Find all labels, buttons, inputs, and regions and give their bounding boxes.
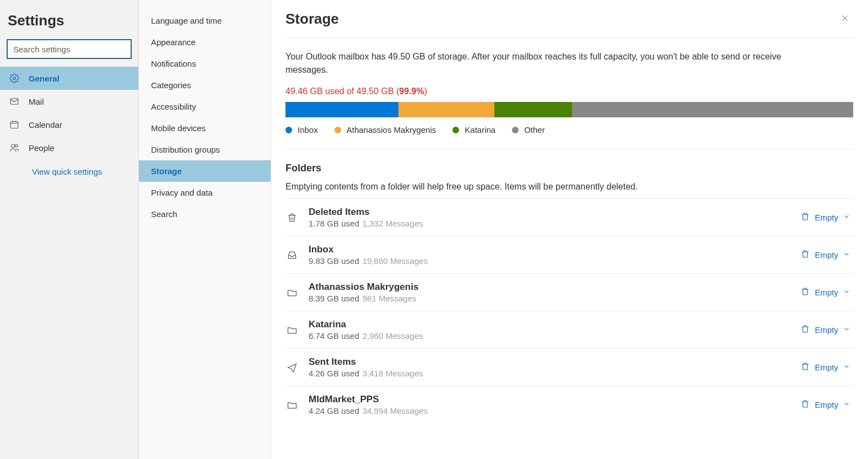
empty-button[interactable]: Empty [797,397,854,413]
settings-title: Settings [0,7,138,39]
subnav-item-accessibility[interactable]: Accessibility [139,96,271,117]
subnav-item-language-and-time[interactable]: Language and time [139,10,271,31]
inbox-icon [285,250,299,261]
empty-button[interactable]: Empty [797,209,854,225]
bar-segment-inbox [285,102,398,117]
settings-app: Settings General Mail Calendar [0,0,868,459]
svg-rect-2 [10,122,18,128]
bar-segment-athanassios-makrygenis [398,102,495,117]
usage-text: 49.46 GB used of 49.50 GB (99.9%) [285,87,854,96]
sidebar-item-general[interactable]: General [0,67,138,90]
sidebar-item-label: People [29,143,55,153]
folders-description: Emptying contents from a folder will hel… [285,182,854,192]
legend-dot-icon [335,127,341,133]
folder-row: Sent Items4.26 GB used3,418 MessagesEmpt… [285,348,854,386]
empty-button[interactable]: Empty [797,359,854,375]
subnav-item-mobile-devices[interactable]: Mobile devices [139,117,271,139]
folder-messages: 19,860 Messages [363,256,428,266]
trash-icon [285,212,299,223]
folder-info: Athanassios Makrygenis8.39 GB used981 Me… [309,282,787,303]
sidebar-item-calendar[interactable]: Calendar [0,113,138,136]
empty-button[interactable]: Empty [797,284,854,300]
subnav-item-storage[interactable]: Storage [139,160,271,182]
folder-info: MIdMarket_PPS4.24 GB used34,994 Messages [309,394,787,415]
folder-icon [285,325,299,336]
view-quick-settings-link[interactable]: View quick settings [0,159,138,176]
chevron-down-icon [843,250,850,260]
search-input[interactable] [7,39,132,59]
legend-label: Inbox [298,125,318,134]
subnav-item-search[interactable]: Search [139,203,271,225]
empty-label: Empty [815,325,838,334]
folder-name: Sent Items [309,357,787,368]
folder-meta: 6.74 GB used2,960 Messages [309,331,787,341]
folder-size: 6.74 GB used [309,331,359,341]
legend-label: Katarina [465,125,495,134]
folder-row: Athanassios Makrygenis8.39 GB used981 Me… [285,273,854,311]
legend-item-katarina: Katarina [452,125,495,134]
main-panel: Storage Your Outlook mailbox has 49.50 G… [271,0,868,459]
folder-info: Inbox9.83 GB used19,860 Messages [309,244,787,266]
chevron-down-icon [843,213,850,222]
folders-heading: Folders [285,163,854,174]
chevron-down-icon [843,325,850,334]
trash-icon [800,212,810,223]
svg-rect-1 [10,99,18,105]
calendar-icon [9,119,20,130]
empty-label: Empty [815,213,838,222]
svg-point-4 [15,144,18,147]
subnav-item-notifications[interactable]: Notifications [139,53,271,74]
folder-row: Katarina6.74 GB used2,960 MessagesEmpty [285,311,854,348]
svg-point-3 [12,144,15,148]
folder-messages: 981 Messages [363,294,417,303]
storage-description: Your Outlook mailbox has 49.50 GB of sto… [285,50,815,77]
subnav-item-appearance[interactable]: Appearance [139,31,271,53]
folder-size: 4.26 GB used [309,369,359,378]
empty-label: Empty [815,363,838,372]
storage-usage-bar [285,102,854,117]
empty-button[interactable]: Empty [797,247,854,263]
mail-icon [9,96,20,107]
subnav-item-privacy-and-data[interactable]: Privacy and data [139,182,271,203]
main-header: Storage [285,10,854,38]
empty-label: Empty [815,288,838,297]
folder-messages: 3,418 Messages [363,369,423,378]
folder-size: 1.78 GB used [309,219,359,228]
subnav-item-categories[interactable]: Categories [139,74,271,96]
primary-nav: General Mail Calendar People [0,67,138,159]
svg-point-0 [13,77,16,80]
trash-icon [800,399,810,411]
folder-meta: 4.26 GB used3,418 Messages [309,369,787,378]
bar-segment-other [572,102,853,117]
folder-meta: 1.78 GB used1,332 Messages [309,219,787,228]
legend-dot-icon [285,127,292,133]
folder-messages: 2,960 Messages [363,331,423,341]
chevron-down-icon [843,400,850,409]
folder-icon [285,287,299,298]
folder-size: 9.83 GB used [309,256,359,266]
usage-suffix: ) [424,87,427,96]
close-button[interactable] [836,10,854,28]
folder-messages: 1,332 Messages [363,219,423,228]
sidebar-item-people[interactable]: People [0,136,138,159]
subnav-item-distribution-groups[interactable]: Distribution groups [139,139,271,160]
sidebar-item-mail[interactable]: Mail [0,90,138,113]
sidebar-item-label: General [29,74,60,83]
legend-item-athanassios-makrygenis: Athanassios Makrygenis [335,125,436,134]
legend-dot-icon [512,127,519,133]
chevron-down-icon [843,288,850,297]
folder-list: Deleted Items1.78 GB used1,332 MessagesE… [285,198,854,423]
folder-name: Katarina [309,319,787,330]
folder-name: Athanassios Makrygenis [309,282,787,293]
trash-icon [800,249,810,261]
people-icon [9,142,20,153]
secondary-sidebar: Language and timeAppearanceNotifications… [139,0,271,459]
page-title: Storage [285,10,339,28]
folder-info: Deleted Items1.78 GB used1,332 Messages [309,207,787,228]
empty-button[interactable]: Empty [797,322,854,338]
search-wrap [0,39,138,67]
legend-dot-icon [452,127,459,133]
chevron-down-icon [843,363,850,372]
secondary-nav: Language and timeAppearanceNotifications… [139,0,271,225]
folder-row: Deleted Items1.78 GB used1,332 MessagesE… [285,198,854,236]
